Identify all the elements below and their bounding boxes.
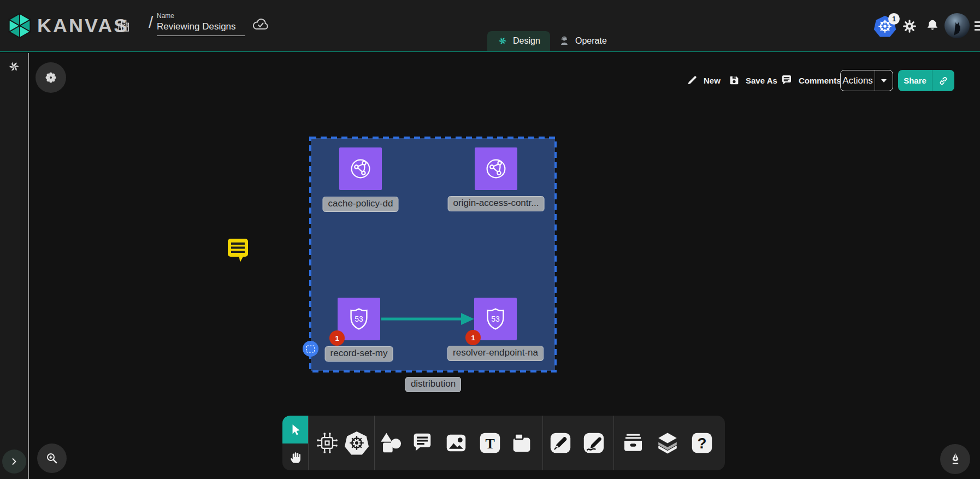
- cloudfront-globe-icon: [483, 156, 509, 182]
- comment-annotation-marker[interactable]: [225, 236, 250, 263]
- actions-dropdown-button[interactable]: Actions: [840, 70, 893, 91]
- layers-icon: [654, 430, 681, 456]
- comments-button[interactable]: Comments: [780, 70, 841, 91]
- node-cache-policy[interactable]: [339, 147, 382, 190]
- toolbar-divider: [374, 416, 375, 470]
- hexagon-logo-icon: [8, 13, 32, 39]
- node-resolver-endpoint[interactable]: 53: [474, 298, 517, 340]
- pen-nib-icon: [948, 452, 963, 467]
- save-as-button-label: Save As: [746, 76, 777, 85]
- bottom-toolbar: T: [282, 416, 725, 470]
- design-name-input[interactable]: [157, 21, 245, 36]
- route53-glyph: 53: [355, 315, 363, 323]
- avatar-silhouette: [948, 19, 966, 38]
- operate-headset-person-icon: [558, 35, 570, 47]
- tool-pen[interactable]: [548, 430, 573, 456]
- text-tool-icon: T: [477, 430, 503, 456]
- sidebar-spiral-icon[interactable]: [7, 60, 21, 74]
- hand-icon: [288, 450, 303, 465]
- name-field-label: Name: [157, 12, 245, 20]
- tool-shapes[interactable]: [379, 430, 404, 456]
- sticky-note-icon: [509, 430, 534, 456]
- expand-sidebar-button[interactable]: [2, 450, 26, 474]
- organization-building-icon[interactable]: [116, 17, 131, 34]
- text-tool-glyph: T: [485, 436, 494, 452]
- node-label: origin-access-contr...: [448, 196, 545, 211]
- comments-button-label: Comments: [799, 76, 841, 85]
- kubernetes-wheel-icon: [344, 430, 370, 456]
- toolbar-divider: [613, 416, 614, 470]
- cursor-arrow-icon: [288, 423, 303, 437]
- shapes-icon: [379, 430, 404, 456]
- tab-design[interactable]: Design: [487, 31, 550, 51]
- canvas-settings-button[interactable]: [36, 62, 66, 93]
- tool-component-archive[interactable]: [620, 430, 646, 456]
- floppy-save-icon: [728, 74, 740, 86]
- integrations-chip-icon: [315, 430, 340, 456]
- pen-mode-button[interactable]: [940, 444, 970, 474]
- left-sidebar: [0, 53, 29, 479]
- route53-shield-icon: 53: [346, 306, 372, 332]
- route53-shield-icon: 53: [482, 306, 509, 332]
- comment-bubble-icon: [780, 74, 793, 87]
- breadcrumb-separator: /: [149, 13, 153, 32]
- user-avatar[interactable]: [944, 13, 970, 38]
- tool-layers[interactable]: [654, 430, 681, 456]
- tool-comment[interactable]: [410, 430, 435, 456]
- share-button-label: Share: [898, 76, 932, 85]
- share-link-segment[interactable]: [932, 70, 954, 91]
- share-link-icon: [938, 75, 949, 86]
- node-record-set[interactable]: 53: [338, 298, 380, 340]
- save-as-button[interactable]: Save As: [728, 70, 777, 91]
- pencil-icon: [686, 74, 698, 86]
- app-header: KANVAS / Name: [0, 0, 980, 52]
- comment-tool-icon: [410, 430, 435, 456]
- sketch-pencil-icon: [581, 430, 606, 456]
- component-archive-icon: [620, 430, 646, 456]
- tool-sticky-note[interactable]: [509, 430, 534, 456]
- chevron-right-icon: [9, 456, 20, 467]
- cloud-sync-check-icon: [251, 16, 270, 32]
- tool-image[interactable]: [444, 430, 469, 456]
- tool-select-cursor[interactable]: [282, 416, 308, 443]
- help-icon: ?: [689, 430, 715, 456]
- node-origin-access[interactable]: [475, 147, 517, 190]
- edge-menu-icon[interactable]: [975, 21, 980, 31]
- tool-kubernetes[interactable]: [344, 430, 370, 456]
- kubernetes-badge-count: 1: [888, 13, 900, 25]
- node-badge: 1: [465, 330, 481, 345]
- caret-down-icon: [881, 79, 887, 83]
- notifications-bell-icon[interactable]: [925, 17, 940, 34]
- help-glyph: ?: [698, 435, 707, 452]
- actions-button-label: Actions: [841, 75, 875, 86]
- cloudfront-globe-icon: [347, 156, 374, 182]
- tab-operate[interactable]: Operate: [548, 31, 617, 51]
- toolbar-divider: [542, 416, 543, 470]
- design-name-field: Name: [157, 12, 245, 36]
- actions-caret-segment[interactable]: [875, 70, 893, 91]
- node-label: record-set-my: [325, 346, 393, 362]
- tool-help[interactable]: ?: [689, 430, 715, 456]
- tool-integrations-chip[interactable]: [315, 430, 340, 456]
- canvas-settings-flower-icon: [44, 70, 58, 85]
- node-badge: 1: [329, 330, 345, 346]
- pen-tool-icon: [548, 430, 573, 456]
- design-spiral-icon: [497, 36, 508, 46]
- group-selection-handle[interactable]: [303, 341, 318, 357]
- tab-operate-label: Operate: [575, 36, 607, 46]
- share-button[interactable]: Share: [898, 70, 954, 91]
- tool-sketch-pencil[interactable]: [581, 430, 606, 456]
- node-label: cache-policy-dd: [322, 197, 398, 212]
- route53-glyph: 53: [491, 315, 500, 323]
- zoom-in-button[interactable]: [37, 443, 67, 473]
- toolbar-divider: [308, 416, 309, 470]
- zoom-in-icon: [45, 451, 59, 465]
- new-button[interactable]: New: [686, 70, 721, 91]
- tool-text[interactable]: T: [477, 430, 503, 456]
- app-logo[interactable]: KANVAS: [8, 13, 128, 39]
- node-label: resolver-endpoint-na: [447, 346, 544, 361]
- logo-text: KANVAS: [37, 15, 128, 37]
- tool-pan-hand[interactable]: [282, 443, 308, 470]
- image-icon: [444, 430, 469, 456]
- settings-gear-icon[interactable]: [901, 18, 918, 34]
